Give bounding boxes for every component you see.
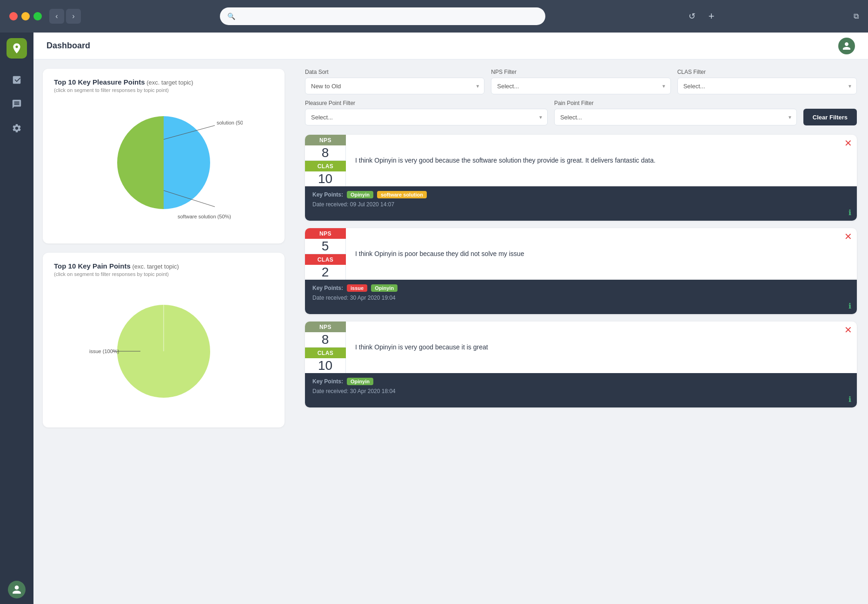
nav-buttons: ‹ › [49,9,81,24]
card-1-tag-opinyin: Opinyin [347,191,373,198]
card-3-key-points: Key Points: Opinyin [312,378,849,385]
back-button[interactable]: ‹ [49,9,64,24]
page-title: Dashboard [46,41,90,51]
pain-filter-group: Pain Point Filter Select... [554,100,797,125]
logo-icon [11,42,23,54]
analytics-icon [12,75,22,85]
sidebar-avatar[interactable] [8,581,26,598]
nps-filter-select[interactable]: Select... [491,78,670,94]
card-1-bottom: Key Points: Opinyin software solution Da… [305,186,857,221]
card-2-key-points: Key Points: issue Opinyin [312,284,849,292]
pain-filter-label: Pain Point Filter [554,100,797,106]
card-3-clas-value: 10 [305,358,346,373]
sidebar-logo[interactable] [7,38,27,59]
card-2-top: NPS 5 CLAS 2 I think Opinyin is poor bec… [305,228,857,280]
card-3-clas-label: CLAS [305,348,346,358]
sidebar-item-settings[interactable] [7,118,27,138]
forward-button[interactable]: › [66,9,81,24]
close-card-3-button[interactable]: ✕ [844,325,852,335]
right-panel: Data Sort New to Old Old to New NPS Filt… [294,59,868,604]
pain-pie-container[interactable]: issue (100%) [54,277,273,416]
card-2-key-points-label: Key Points: [312,285,343,291]
nps-filter-select-wrapper: Select... [491,78,670,94]
close-card-2-button[interactable]: ✕ [844,232,852,241]
card-3-score-block: NPS 8 CLAS 10 [305,322,346,373]
pain-chart-subtitle: (click on segment to filter responses by… [54,271,273,277]
card-1-tag-software: software solution [377,191,427,198]
content-area: Top 10 Key Pleasure Points (exc. target … [33,59,868,604]
card-3-info-icon[interactable]: ℹ [848,395,851,404]
data-sort-label: Data Sort [305,69,484,75]
card-3-top: NPS 8 CLAS 10 I think Opinyin is very go… [305,322,857,373]
card-1-date: Date received: 09 Jul 2020 14:07 [312,201,849,208]
response-cards: ✕ NPS 8 CLAS 10 I think Opinyin is very … [305,135,857,407]
filter-row-2: Pleasure Point Filter Select... Pain Poi… [305,100,857,125]
clear-filters-button[interactable]: Clear Filters [803,109,857,125]
top-bar: Dashboard [33,33,868,59]
response-card: ✕ NPS 8 CLAS 10 I think Opinyin is very … [305,322,857,407]
duplicate-tab-button[interactable]: ⧉ [854,12,859,20]
card-3-tag-opinyin: Opinyin [347,378,373,385]
filter-row-1: Data Sort New to Old Old to New NPS Filt… [305,69,857,94]
sidebar-item-chat[interactable] [7,94,27,114]
sidebar-item-analytics[interactable] [7,70,27,90]
card-2-nps-label: NPS [305,228,346,239]
pain-pie-chart: issue (100%) [85,282,243,412]
card-1-clas-label: CLAS [305,161,346,171]
pain-filter-select[interactable]: Select... [554,109,797,125]
clas-filter-select[interactable]: Select... [677,78,857,94]
card-2-info-icon[interactable]: ℹ [848,302,851,310]
data-sort-select[interactable]: New to Old Old to New [305,78,484,94]
user-icon [12,584,22,595]
card-1-key-points-label: Key Points: [312,191,343,198]
pleasure-chart-subtitle: (click on segment to filter responses by… [54,87,273,93]
pleasure-filter-select[interactable]: Select... [305,109,548,125]
pain-title-text: Top 10 Key Pain Points (exc. target topi… [54,262,179,270]
clas-filter-group: CLAS Filter Select... [677,69,857,94]
maximize-traffic-light[interactable] [33,12,42,20]
card-3-nps-label: NPS [305,322,346,332]
clear-filters-wrapper: Clear Filters [803,109,857,125]
pleasure-pie-container[interactable]: solution (50%) software solution (50%) [54,93,273,232]
card-3-nps-value: 8 [305,332,346,348]
reload-button[interactable]: ↺ [689,11,696,21]
card-2-bottom: Key Points: issue Opinyin Date received:… [305,280,857,314]
clas-filter-select-wrapper: Select... [677,78,857,94]
card-2-score-block: NPS 5 CLAS 2 [305,228,346,280]
pain-panel-title: Top 10 Key Pain Points (exc. target topi… [54,262,273,270]
minimize-traffic-light[interactable] [21,12,30,20]
traffic-lights [9,12,42,20]
response-card: ✕ NPS 5 CLAS 2 I think Opinyin is poor b… [305,228,857,314]
nps-filter-label: NPS Filter [491,69,670,75]
data-sort-select-wrapper: New to Old Old to New [305,78,484,94]
pleasure-filter-label: Pleasure Point Filter [305,100,548,106]
card-2-tag-opinyin: Opinyin [371,284,398,292]
pain-points-panel: Top 10 Key Pain Points (exc. target topi… [43,253,285,427]
nps-filter-group: NPS Filter Select... [491,69,670,94]
card-3-date: Date received: 30 Apr 2020 18:04 [312,388,849,394]
topbar-avatar[interactable] [838,38,855,54]
card-2-tag-issue: issue [347,284,367,292]
card-1-info-icon[interactable]: ℹ [848,208,851,217]
chat-icon [12,99,22,109]
close-card-1-button[interactable]: ✕ [844,138,852,148]
new-tab-button[interactable]: + [709,10,715,22]
close-traffic-light[interactable] [9,12,18,20]
svg-text:issue (100%): issue (100%) [89,348,119,354]
card-2-text: I think Opinyin is poor because they did… [346,228,857,280]
pleasure-pie-chart: solution (50%) software solution (50%) [85,98,243,228]
pleasure-panel-title: Top 10 Key Pleasure Points (exc. target … [54,78,273,86]
card-3-key-points-label: Key Points: [312,378,343,385]
main-content: Dashboard Top 10 Key Pleasure Points (ex… [33,33,868,604]
filter-section: Data Sort New to Old Old to New NPS Filt… [305,69,857,125]
svg-text:solution (50%): solution (50%) [217,120,243,125]
browser-chrome: ‹ › 🔍 ↺ + ⧉ [0,0,868,33]
response-card: ✕ NPS 8 CLAS 10 I think Opinyin is very … [305,135,857,221]
data-sort-group: Data Sort New to Old Old to New [305,69,484,94]
card-2-clas-label: CLAS [305,254,346,265]
card-1-nps-value: 8 [305,145,346,161]
address-bar: 🔍 [220,7,545,25]
pleasure-filter-group: Pleasure Point Filter Select... [305,100,548,125]
card-3-bottom: Key Points: Opinyin Date received: 30 Ap… [305,373,857,407]
card-2-date: Date received: 30 Apr 2020 19:04 [312,295,849,301]
